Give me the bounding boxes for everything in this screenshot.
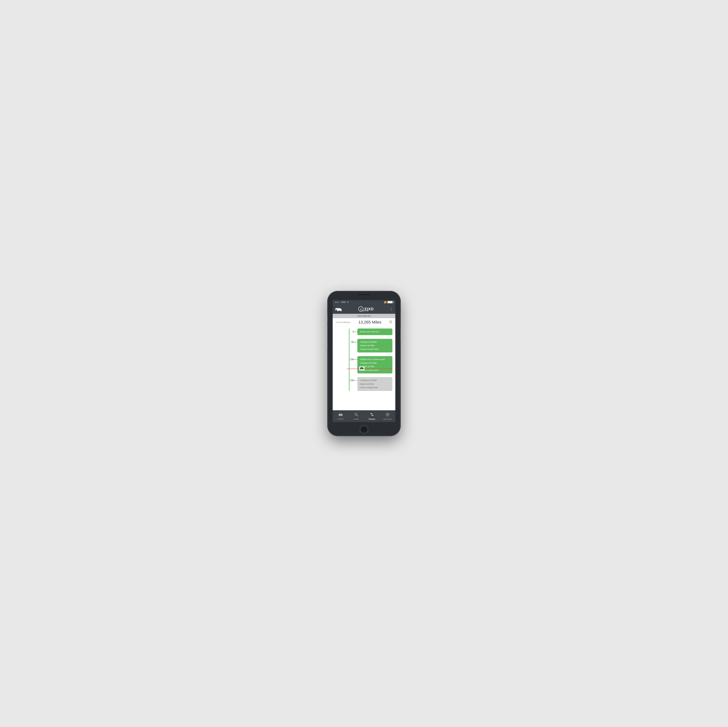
svg-rect-10 <box>361 367 363 368</box>
battery-icon: ████ <box>387 301 393 303</box>
svg-point-16 <box>341 415 342 416</box>
svg-point-24 <box>370 413 371 414</box>
car-position-row: 10k -Rotate tires & check tread-Change o… <box>347 356 392 373</box>
details-label: Details <box>354 418 359 420</box>
phone-screen: ●●●○○ AT&T 11:56 AM 📶 ████ <box>333 300 395 422</box>
wifi-icon <box>347 301 349 304</box>
milestone-15k: 15k -Change oil & filterInspect air filt… <box>347 377 392 391</box>
cars-icon[interactable] <box>335 306 342 312</box>
home-button[interactable] <box>359 425 369 434</box>
connector-10k <box>354 359 357 360</box>
refresh-button[interactable] <box>389 320 392 324</box>
svg-point-2 <box>335 310 336 311</box>
sub-header: 2005 BMW M3 <box>333 314 395 318</box>
menu-button[interactable]: ⋮ <box>390 307 393 311</box>
milestone-0: 0 -Enjoy your new car ! <box>347 328 392 335</box>
car-name: 2005 BMW M3 <box>357 315 371 317</box>
milestone-10k: 10k -Rotate tires & check tread-Change o… <box>347 356 392 373</box>
condition-icon <box>338 413 343 417</box>
status-left: ●●●○○ AT&T <box>335 301 349 304</box>
nav-condition[interactable]: Condition <box>333 413 348 420</box>
speaker-grille <box>358 294 370 295</box>
svg-point-7 <box>340 310 341 311</box>
car-position-icon <box>359 367 364 370</box>
svg-line-18 <box>357 415 358 416</box>
details-icon <box>354 412 358 418</box>
bottom-nav: Condition Details <box>333 410 395 422</box>
timeline-icon <box>370 412 374 418</box>
condition-label: Condition <box>337 418 344 420</box>
svg-rect-14 <box>339 414 342 414</box>
svg-point-15 <box>339 415 340 416</box>
carrier-label: AT&T <box>341 301 346 303</box>
milestone-text-0: -Enjoy your new car ! <box>359 330 390 334</box>
nav-wear-items[interactable]: Wear Items <box>380 412 395 420</box>
status-right: 📶 ████ <box>384 301 393 303</box>
home-button-inner <box>361 426 367 433</box>
mileage-label: Current Mileage: <box>336 321 350 323</box>
timeline-line <box>349 328 349 391</box>
current-position-line <box>347 369 392 369</box>
milestone-label-5k: 5k <box>347 339 354 344</box>
nav-details[interactable]: Details <box>348 412 364 420</box>
milestone-card-10k: -Rotate tires & check tread-Change oil &… <box>357 356 392 373</box>
volume-down-button[interactable] <box>327 338 328 349</box>
timeline-label: Timeline <box>369 418 375 420</box>
signal-dots: ●●●○○ <box>335 301 340 303</box>
milestone-card-0: -Enjoy your new car ! <box>357 328 392 335</box>
bluetooth-icon: 📶 <box>384 301 386 303</box>
milestone-card-15k: -Change oil & filterInspect air filterCh… <box>357 377 392 391</box>
wear-items-label: Wear Items <box>383 418 392 420</box>
mute-button[interactable] <box>327 316 328 322</box>
timeline-container: 0 -Enjoy your new car ! 5k -Change oil &… <box>336 328 392 391</box>
milestone-text-5k: -Change oil & filter-Inspect air filter-… <box>359 340 390 351</box>
mileage-row: Current Mileage: 13,265 Miles <box>333 318 395 326</box>
power-button[interactable] <box>400 327 401 341</box>
milestone-5k: 5k -Change oil & filter-Inspect air filt… <box>347 339 392 353</box>
connector-5k <box>354 342 357 342</box>
status-time: 11:56 AM <box>360 309 368 313</box>
volume-up-button[interactable] <box>327 325 328 336</box>
front-camera <box>363 298 365 300</box>
milestone-label-0: 0 <box>347 328 354 333</box>
connector-0 <box>354 331 357 332</box>
status-bar: ●●●○○ AT&T 11:56 AM 📶 ████ <box>333 300 395 304</box>
phone-frame: ●●●○○ AT&T 11:56 AM 📶 ████ <box>328 292 400 435</box>
svg-rect-5 <box>338 308 341 309</box>
svg-point-6 <box>338 310 338 311</box>
wear-items-icon <box>385 412 390 418</box>
milestone-label-15k: 15k <box>347 377 354 382</box>
milestone-text-15k: -Change oil & filterInspect air filterCh… <box>359 379 390 389</box>
timeline-area[interactable]: 0 -Enjoy your new car ! 5k -Change oil &… <box>333 326 395 410</box>
milestone-label-10k: 10k <box>347 356 354 361</box>
mileage-value: 13,265 Miles <box>358 320 381 325</box>
milestone-card-5k: -Change oil & filter-Inspect air filter-… <box>357 339 392 353</box>
svg-point-25 <box>373 415 373 416</box>
nav-timeline[interactable]: Timeline <box>364 412 380 420</box>
